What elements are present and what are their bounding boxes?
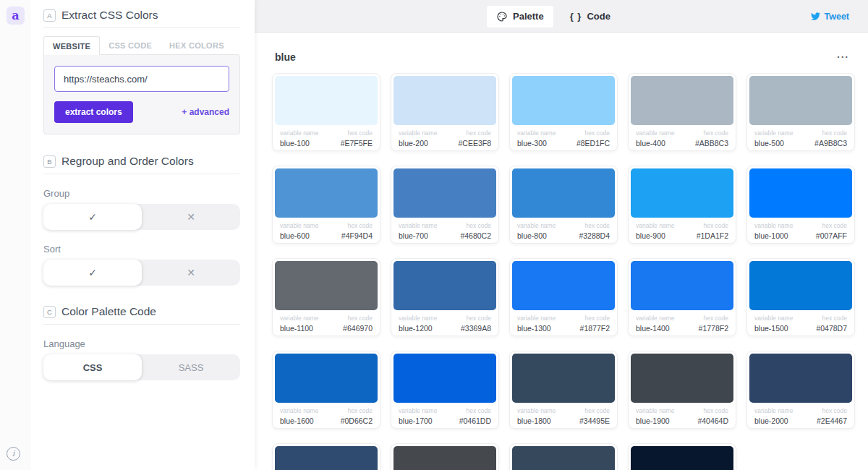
hex-code-column: hex code #3369A8: [461, 315, 491, 333]
group-toggle-on[interactable]: ✓: [43, 204, 142, 230]
tweet-label: Tweet: [825, 12, 850, 22]
variable-name-value: blue-1900: [636, 416, 674, 425]
color-swatch: [512, 168, 615, 218]
hex-code-column: hex code #0461DD: [459, 407, 491, 425]
color-card[interactable]: variable name blue-2000 hex code #2E4467: [746, 351, 855, 429]
variable-name-column: variable name blue-1000: [754, 222, 793, 240]
tab-css-code[interactable]: CSS CODE: [100, 36, 161, 54]
color-card[interactable]: variable name blue-1300 hex code #1877F2: [509, 258, 618, 336]
color-card[interactable]: variable name hex code: [272, 443, 380, 470]
variable-name-value: blue-100: [280, 139, 318, 148]
language-option-css[interactable]: CSS: [43, 354, 142, 380]
color-card[interactable]: variable name blue-1600 hex code #0D66C2: [272, 351, 380, 429]
sort-toggle-off[interactable]: ✕: [142, 260, 240, 286]
hex-code-column: hex code #A9B8C3: [814, 129, 847, 148]
x-icon: ✕: [187, 211, 195, 223]
color-card-footer: variable name blue-900 hex code #1DA1F2: [631, 218, 733, 240]
color-card[interactable]: variable name blue-800 hex code #3288D4: [509, 166, 618, 244]
section-code-heading: C Color Palette Code: [43, 305, 240, 325]
color-card[interactable]: variable name blue-1900 hex code #40464D: [628, 351, 736, 429]
hex-code-value: #1DA1F2: [697, 231, 728, 240]
color-card[interactable]: variable name blue-100 hex code #E7F5FE: [272, 73, 380, 151]
advanced-link[interactable]: + advanced: [182, 107, 229, 117]
color-swatch: [631, 168, 733, 218]
color-card[interactable]: variable name hex code: [509, 443, 618, 470]
hex-code-label: hex code: [695, 129, 728, 137]
hex-code-value: #4F94D4: [341, 231, 373, 240]
color-card[interactable]: variable name blue-1000 hex code #007AFF: [746, 166, 855, 244]
info-icon[interactable]: i: [7, 447, 20, 461]
color-swatch: [631, 261, 733, 310]
twitter-icon: [810, 12, 821, 21]
color-card[interactable]: variable name blue-200 hex code #CEE3F8: [391, 73, 499, 151]
app-logo[interactable]: a: [7, 7, 25, 25]
color-card[interactable]: variable name blue-1100 hex code #646970: [272, 258, 380, 336]
color-card[interactable]: variable name blue-400 hex code #ABB8C3: [628, 73, 736, 151]
variable-name-column: variable name blue-1100: [280, 315, 318, 333]
variable-name-value: blue-1600: [280, 416, 318, 425]
color-card[interactable]: variable name blue-1200 hex code #3369A8: [391, 258, 499, 336]
color-card[interactable]: variable name blue-600 hex code #4F94D4: [272, 166, 380, 244]
hex-code-label: hex code: [341, 407, 373, 414]
variable-name-label: variable name: [636, 129, 674, 137]
palette-tab-label: Palette: [513, 11, 544, 22]
hex-code-column: hex code #CEE3F8: [458, 129, 491, 148]
hex-code-label: hex code: [814, 129, 847, 137]
tab-palette[interactable]: Palette: [487, 6, 553, 27]
section-title-regroup: Regroup and Order Colors: [61, 155, 194, 168]
color-card[interactable]: variable name blue-1500 hex code #0478D7: [746, 258, 855, 336]
app-page: a i A Extract CSS Colors WEBSITE CSS COD…: [0, 0, 868, 470]
hex-code-column: hex code #007AFF: [816, 222, 847, 240]
url-input[interactable]: [54, 66, 229, 92]
color-swatch: [631, 446, 733, 470]
language-option-sass[interactable]: SASS: [142, 354, 240, 380]
tab-website[interactable]: WEBSITE: [43, 36, 100, 55]
tweet-button[interactable]: Tweet: [810, 0, 850, 33]
hex-code-label: hex code: [343, 315, 373, 322]
hex-code-value: #ABB8C3: [695, 139, 728, 148]
variable-name-column: variable name blue-1200: [399, 315, 437, 333]
color-card[interactable]: variable name blue-700 hex code #4680C2: [391, 166, 499, 244]
variable-name-value: blue-1400: [636, 324, 674, 333]
color-card[interactable]: variable name blue-300 hex code #8ED1FC: [509, 73, 618, 151]
extract-colors-button[interactable]: extract colors: [54, 101, 133, 123]
variable-name-column: variable name blue-400: [636, 129, 674, 148]
hex-code-column: hex code #ABB8C3: [695, 129, 728, 148]
section-extract-heading: A Extract CSS Colors: [43, 9, 240, 28]
variable-name-column: variable name blue-200: [399, 129, 437, 148]
tab-hex-colors[interactable]: HEX COLORS: [161, 36, 233, 54]
group-label: Group: [43, 188, 240, 199]
color-card[interactable]: variable name hex code: [391, 443, 499, 470]
variable-name-value: blue-1100: [280, 324, 318, 333]
variable-name-label: variable name: [517, 222, 556, 229]
hex-code-value: #2E4467: [817, 416, 847, 425]
sort-toggle-on[interactable]: ✓: [43, 260, 142, 286]
group-toggle-off[interactable]: ✕: [142, 204, 240, 230]
hex-code-column: hex code #0478D7: [816, 315, 847, 333]
color-card-footer: variable name blue-1900 hex code #40464D: [631, 403, 733, 425]
color-swatch: [512, 354, 615, 403]
variable-name-value: blue-1500: [754, 324, 793, 333]
variable-name-value: blue-500: [754, 139, 793, 148]
color-card-footer: variable name blue-200 hex code #CEE3F8: [393, 125, 496, 148]
hex-code-label: hex code: [461, 315, 491, 322]
color-card[interactable]: variable name blue-500 hex code #A9B8C3: [746, 73, 855, 151]
color-card-footer: variable name blue-400 hex code #ABB8C3: [631, 125, 733, 148]
color-card[interactable]: variable name hex code: [628, 443, 736, 470]
group-toggle: ✓ ✕: [43, 204, 240, 230]
color-card[interactable]: variable name blue-900 hex code #1DA1F2: [628, 166, 736, 244]
ellipsis-menu-icon[interactable]: ···: [837, 54, 849, 60]
color-card[interactable]: variable name blue-1400 hex code #1778F2: [628, 258, 736, 336]
color-card[interactable]: variable name blue-1800 hex code #34495E: [509, 351, 618, 429]
hex-code-column: hex code #4680C2: [460, 222, 491, 240]
color-swatch: [393, 168, 496, 218]
hex-code-value: #0478D7: [816, 324, 847, 333]
hex-code-column: hex code #1778F2: [699, 315, 728, 333]
variable-name-column: variable name blue-500: [754, 129, 793, 148]
tab-code[interactable]: { } Code: [561, 6, 620, 27]
color-swatch: [393, 76, 496, 125]
color-card-footer: variable name blue-1800 hex code #34495E: [512, 403, 615, 425]
color-card[interactable]: variable name blue-1700 hex code #0461DD: [391, 351, 499, 429]
color-swatch: [275, 168, 378, 218]
section-badge-b: B: [43, 155, 56, 168]
